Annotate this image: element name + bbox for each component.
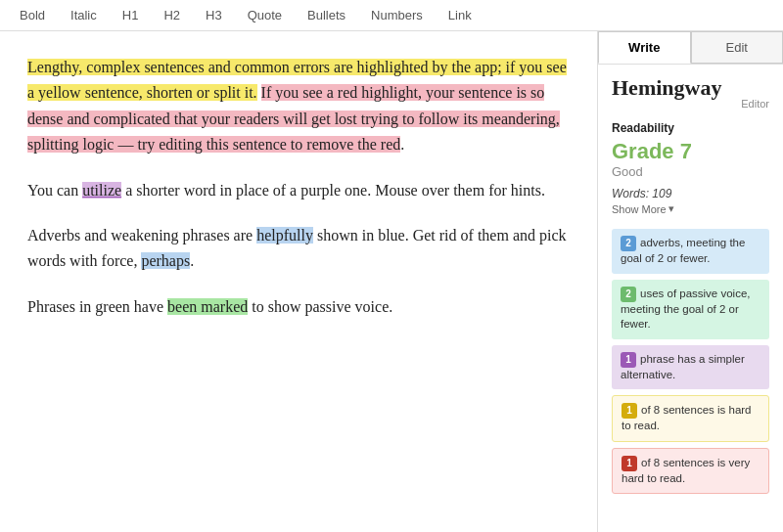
stat-badge: 2 [621, 236, 636, 251]
stats-container: 2adverbs, meeting the goal of 2 or fewer… [612, 229, 769, 494]
highlight-blue: perhaps [141, 252, 190, 269]
editor-paragraph: Lengthy, complex sentences and common er… [27, 55, 570, 158]
toolbar-btn-h3[interactable]: H3 [202, 6, 226, 24]
app-title: Hemingway [612, 76, 769, 100]
toolbar-btn-h2[interactable]: H2 [160, 6, 184, 24]
highlight-blue: helpfully [256, 227, 313, 244]
stat-card: 1phrase has a simpler alternative. [612, 345, 769, 390]
highlight-green: been marked [167, 298, 248, 315]
readability-label: Readability [612, 121, 769, 135]
main-layout: Lengthy, complex sentences and common er… [0, 31, 783, 532]
show-more-label: Show More [612, 203, 667, 215]
toolbar-btn-quote[interactable]: Quote [244, 6, 286, 24]
editor-paragraph: You can utilize a shorter word in place … [27, 178, 570, 203]
stat-card: 1of 8 sentences is very hard to read. [612, 448, 769, 495]
editor-paragraph: Phrases in green have been marked to sho… [27, 294, 570, 320]
toolbar-btn-italic[interactable]: Italic [67, 6, 101, 24]
stat-card: 2adverbs, meeting the goal of 2 or fewer… [612, 229, 769, 274]
sidebar-tabs: Write Edit [598, 31, 783, 65]
word-count: Words: 109 [612, 187, 769, 200]
stat-badge: 1 [621, 352, 636, 368]
highlight-purple: utilize [82, 182, 121, 199]
toolbar-btn-link[interactable]: Link [444, 6, 476, 24]
tab-write[interactable]: Write [598, 31, 691, 64]
toolbar-btn-numbers[interactable]: Numbers [367, 6, 427, 24]
toolbar-btn-h1[interactable]: H1 [118, 6, 143, 24]
stat-card: 2uses of passive voice, meeting the goal… [612, 280, 769, 339]
toolbar-btn-bold[interactable]: Bold [16, 6, 49, 24]
stat-card: 1of 8 sentences is hard to read. [612, 395, 769, 442]
editor-paragraph: Adverbs and weakening phrases are helpfu… [27, 223, 570, 275]
sidebar: Write Edit Hemingway Editor Readability … [597, 31, 783, 532]
tab-edit[interactable]: Edit [691, 31, 784, 64]
sidebar-content: Hemingway Editor Readability Grade 7 Goo… [598, 65, 783, 532]
chevron-down-icon: ▾ [668, 202, 674, 215]
stat-badge: 1 [622, 456, 637, 471]
toolbar-btn-bullets[interactable]: Bullets [303, 6, 349, 24]
grade-desc: Good [612, 164, 769, 179]
stat-badge: 1 [622, 403, 637, 419]
grade-level: Grade 7 [612, 139, 769, 164]
toolbar: BoldItalicH1H2H3QuoteBulletsNumbersLink [0, 0, 783, 31]
show-more-button[interactable]: Show More ▾ [612, 202, 769, 215]
stat-badge: 2 [621, 287, 636, 302]
editor-area[interactable]: Lengthy, complex sentences and common er… [0, 31, 597, 532]
